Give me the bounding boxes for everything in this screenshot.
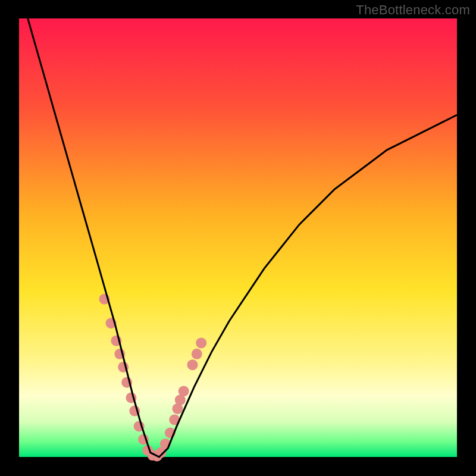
gradient-background [19,18,457,457]
chart-stage: TheBottleneck.com [0,0,476,476]
watermark-text: TheBottleneck.com [356,2,470,18]
bottleneck-chart [0,0,476,476]
marker-dot [178,386,189,396]
marker-dot [192,349,202,359]
marker-dot [196,337,206,348]
marker-dot [187,359,198,370]
